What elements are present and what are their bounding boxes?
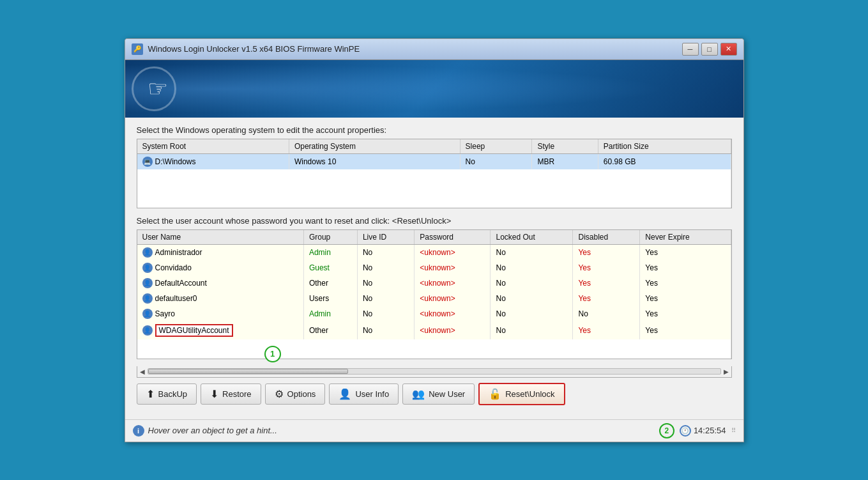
user-name-cell: 👤 WDAGUtilityAccount	[137, 321, 304, 339]
reset-unlock-label: Reset\Unlock	[505, 389, 554, 399]
os-col-style: Style	[532, 139, 598, 154]
users-col-group: Group	[303, 230, 357, 245]
user-liveid-cell: No	[357, 260, 414, 275]
users-table-container: User Name Group Live ID Password Locked …	[137, 229, 732, 359]
user-locked-cell: No	[491, 291, 573, 306]
user-icon-wrapper: 👤 WDAGUtilityAccount	[142, 324, 233, 337]
scroll-track[interactable]	[148, 368, 721, 375]
user-locked-cell: No	[491, 306, 573, 321]
user-disabled-cell: Yes	[573, 275, 640, 291]
user-icon-wrapper: 👤 Administrador	[142, 247, 202, 258]
time-display: 🕐 14:25:54	[680, 425, 726, 437]
table-row[interactable]: 👤 Convidado Guest No <uknown> No Yes Yes	[137, 260, 731, 275]
users-section-wrapper: User Name Group Live ID Password Locked …	[137, 229, 732, 364]
main-window: 🔑 Windows Login Unlocker v1.5 x64 BIOS F…	[125, 38, 744, 442]
avatar: 👤	[142, 263, 153, 273]
backup-icon: ⬆	[146, 388, 155, 400]
user-disabled-cell: Yes	[573, 321, 640, 339]
user-icon-wrapper: 👤 Convidado	[142, 263, 192, 273]
user-group-cell: Other	[303, 321, 357, 339]
table-row[interactable]: 👤 WDAGUtilityAccount Other No <uknown> N…	[137, 321, 731, 339]
user-name-cell: 👤 DefaultAccount	[137, 275, 304, 291]
banner-background	[125, 60, 743, 118]
reset-unlock-button[interactable]: 🔓 Reset\Unlock	[478, 383, 565, 405]
user-password-cell: <uknown>	[415, 291, 491, 306]
title-buttons: ─ □ ✕	[682, 43, 737, 56]
status-hint: Hover over an object to get a hint...	[148, 426, 277, 435]
user-disabled-cell: Yes	[573, 260, 640, 275]
banner-hand-icon: ☞	[148, 75, 168, 102]
users-table-header: User Name Group Live ID Password Locked …	[137, 230, 731, 245]
user-name-cell: 👤 Sayro	[137, 306, 304, 321]
os-icon-wrapper: 💻 D:\Windows	[142, 157, 196, 167]
avatar: 👤	[142, 325, 153, 336]
user-password-cell: <uknown>	[415, 306, 491, 321]
backup-button[interactable]: ⬆ BackUp	[137, 383, 197, 405]
user-group-cell: Guest	[303, 260, 357, 275]
status-bar: i Hover over an object to get a hint... …	[125, 419, 743, 442]
os-cell-sleep: No	[460, 153, 532, 169]
user-name-cell: 👤 defaultuser0	[137, 291, 304, 306]
users-section-label: Select the user account whose password y…	[137, 216, 732, 226]
user-expire-cell: Yes	[640, 306, 731, 321]
users-col-liveid: Live ID	[357, 230, 414, 245]
os-table-row[interactable]: 💻 D:\Windows Windows 10 No MBR 60.98 GB	[137, 153, 731, 169]
users-table: User Name Group Live ID Password Locked …	[137, 230, 731, 359]
avatar: 👤	[142, 309, 153, 319]
action-buttons-row: ⬆ BackUp ⬇ Restore ⚙ Options 👤 User Info…	[137, 383, 732, 405]
user-password-cell: <uknown>	[415, 275, 491, 291]
user-liveid-cell: No	[357, 275, 414, 291]
user-disabled-cell: Yes	[573, 244, 640, 260]
new-user-icon: 👥	[412, 388, 425, 400]
user-disabled-cell: Yes	[573, 291, 640, 306]
info-icon: i	[133, 425, 144, 437]
title-bar: 🔑 Windows Login Unlocker v1.5 x64 BIOS F…	[125, 39, 743, 60]
main-content: Select the Windows operating system to e…	[125, 118, 743, 419]
user-expire-cell: Yes	[640, 244, 731, 260]
horizontal-scrollbar[interactable]: ◀ ▶	[137, 366, 732, 378]
resize-handle[interactable]: ⠿	[731, 427, 736, 434]
options-button[interactable]: ⚙ Options	[265, 383, 326, 405]
avatar: 👤	[142, 293, 153, 304]
os-table-header: System Root Operating System Sleep Style…	[137, 139, 731, 154]
scroll-right-arrow[interactable]: ▶	[724, 368, 729, 375]
os-col-partition: Partition Size	[598, 139, 731, 154]
app-icon: 🔑	[132, 43, 143, 55]
user-password-cell: <uknown>	[415, 260, 491, 275]
reset-unlock-icon: 🔓	[489, 388, 501, 400]
status-hint-area: i Hover over an object to get a hint...	[133, 425, 277, 437]
close-button[interactable]: ✕	[720, 43, 737, 56]
user-liveid-cell: No	[357, 321, 414, 339]
scroll-thumb	[148, 369, 349, 374]
users-col-locked: Locked Out	[491, 230, 573, 245]
table-row[interactable]: 👤 defaultuser0 Users No <uknown> No Yes …	[137, 291, 731, 306]
maximize-button[interactable]: □	[701, 43, 718, 56]
new-user-button[interactable]: 👥 New User	[402, 383, 475, 405]
window-title: Windows Login Unlocker v1.5 x64 BIOS Fir…	[148, 44, 360, 54]
table-row[interactable]: 👤 DefaultAccount Other No <uknown> No Ye…	[137, 275, 731, 291]
user-info-icon: 👤	[339, 388, 351, 400]
user-info-label: User Info	[355, 389, 389, 399]
clock-icon: 🕐	[680, 425, 691, 437]
os-table-empty-row	[137, 169, 731, 208]
user-locked-cell: No	[491, 244, 573, 260]
os-cell-root: 💻 D:\Windows	[137, 153, 289, 169]
user-expire-cell: Yes	[640, 275, 731, 291]
user-group-cell: Other	[303, 275, 357, 291]
title-bar-left: 🔑 Windows Login Unlocker v1.5 x64 BIOS F…	[132, 43, 360, 55]
user-liveid-cell: No	[357, 306, 414, 321]
table-row[interactable]: 👤 Administrador Admin No <uknown> No Yes…	[137, 244, 731, 260]
user-info-button[interactable]: 👤 User Info	[329, 383, 399, 405]
os-avatar: 💻	[142, 157, 153, 167]
user-locked-cell: No	[491, 275, 573, 291]
restore-button[interactable]: ⬇ Restore	[201, 383, 261, 405]
new-user-label: New User	[429, 389, 465, 399]
restore-icon: ⬇	[210, 388, 218, 400]
user-icon-wrapper: 👤 DefaultAccount	[142, 278, 207, 288]
table-row[interactable]: 👤 Sayro Admin No <uknown> No No Yes	[137, 306, 731, 321]
minimize-button[interactable]: ─	[682, 43, 699, 56]
user-expire-cell: Yes	[640, 321, 731, 339]
users-col-disabled: Disabled	[573, 230, 640, 245]
scroll-left-arrow[interactable]: ◀	[140, 368, 145, 375]
user-password-cell: <uknown>	[415, 244, 491, 260]
